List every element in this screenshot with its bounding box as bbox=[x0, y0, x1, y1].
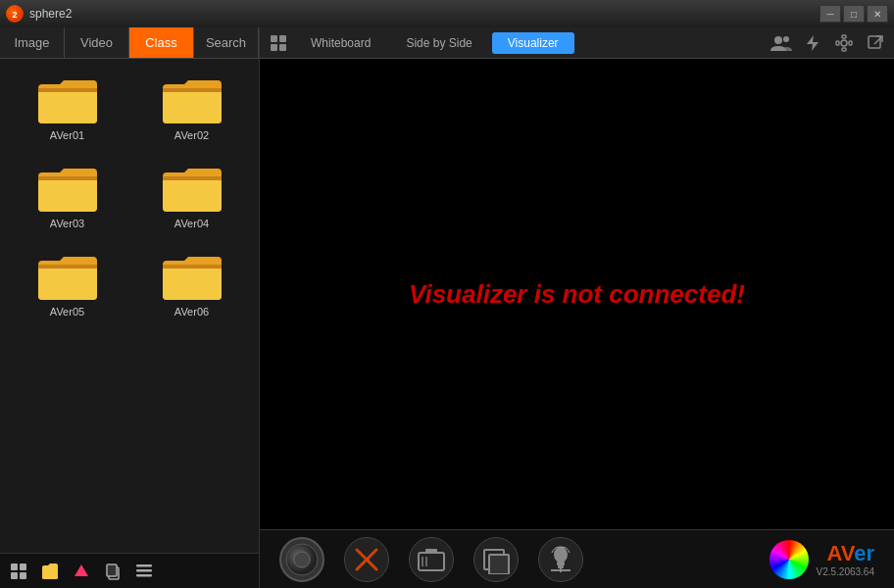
svg-line-25 bbox=[874, 36, 882, 44]
list-view-button[interactable] bbox=[131, 559, 157, 584]
not-connected-message: Visualizer is not connected! bbox=[409, 279, 745, 310]
folder-label: AVer04 bbox=[174, 218, 209, 229]
grid-view-button[interactable] bbox=[6, 559, 31, 584]
svg-rect-38 bbox=[558, 565, 564, 568]
svg-rect-8 bbox=[107, 564, 117, 576]
svg-rect-20 bbox=[842, 35, 846, 38]
svg-rect-31 bbox=[425, 549, 437, 554]
maximize-button[interactable]: □ bbox=[843, 5, 865, 23]
tools-button[interactable] bbox=[344, 537, 389, 582]
capture-button[interactable] bbox=[409, 537, 454, 582]
tab-bar: Image Video Class Search bbox=[0, 27, 259, 59]
svg-point-27 bbox=[294, 552, 310, 567]
svg-rect-15 bbox=[279, 44, 286, 51]
svg-rect-10 bbox=[136, 569, 152, 572]
svg-rect-23 bbox=[849, 41, 852, 45]
right-panel: Whiteboard Side by Side Visualizer bbox=[260, 27, 894, 588]
svg-rect-4 bbox=[11, 572, 18, 579]
left-toolbar bbox=[0, 553, 259, 588]
minimize-button[interactable]: ─ bbox=[820, 5, 841, 23]
copy-button[interactable] bbox=[100, 559, 125, 584]
right-topbar-actions bbox=[769, 30, 888, 56]
aver-logo: AVer V2.5.2063.64 bbox=[770, 540, 875, 579]
svg-rect-35 bbox=[489, 555, 509, 574]
right-toolbar-left bbox=[279, 537, 583, 582]
aver-version: V2.5.2063.64 bbox=[817, 566, 875, 577]
list-item[interactable]: AVer06 bbox=[134, 245, 249, 323]
close-button[interactable]: ✕ bbox=[867, 5, 888, 23]
folder-label: AVer03 bbox=[50, 218, 84, 229]
frame-button[interactable] bbox=[473, 537, 519, 582]
svg-rect-14 bbox=[271, 44, 277, 51]
folder-icon bbox=[161, 251, 224, 302]
record-button[interactable] bbox=[279, 537, 324, 582]
folder-label: AVer01 bbox=[50, 129, 84, 141]
app-logo: 2 bbox=[6, 5, 24, 23]
svg-rect-5 bbox=[20, 572, 26, 579]
color-wheel-icon bbox=[770, 540, 809, 579]
svg-rect-11 bbox=[136, 574, 152, 577]
tab-whiteboard[interactable]: Whiteboard bbox=[295, 32, 386, 54]
svg-point-17 bbox=[783, 36, 789, 42]
aver-brand-name: AVer bbox=[817, 541, 875, 566]
right-toolbar: AVer V2.5.2063.64 bbox=[260, 529, 894, 588]
svg-rect-9 bbox=[136, 564, 152, 567]
folder-icon bbox=[161, 163, 224, 214]
tab-search[interactable]: Search bbox=[194, 27, 259, 58]
svg-marker-18 bbox=[807, 35, 819, 51]
svg-point-36 bbox=[554, 547, 568, 563]
svg-rect-12 bbox=[271, 35, 277, 42]
folder-icon bbox=[161, 74, 224, 125]
tab-sidebyside[interactable]: Side by Side bbox=[390, 32, 487, 54]
main-layout: Image Video Class Search AVer01 bbox=[0, 27, 894, 588]
aver-branding: AVer V2.5.2063.64 bbox=[817, 541, 875, 577]
external-link-icon[interactable] bbox=[863, 30, 888, 56]
up-directory-button[interactable] bbox=[69, 559, 94, 584]
tab-video[interactable]: Video bbox=[65, 27, 129, 58]
svg-marker-6 bbox=[74, 564, 88, 576]
tab-class[interactable]: Class bbox=[129, 27, 194, 58]
folder-label: AVer06 bbox=[174, 306, 209, 318]
lightning-icon[interactable] bbox=[800, 30, 825, 56]
svg-rect-21 bbox=[842, 48, 846, 51]
tab-image[interactable]: Image bbox=[0, 27, 65, 58]
svg-rect-2 bbox=[11, 564, 18, 570]
svg-rect-24 bbox=[869, 36, 880, 48]
content-area: Visualizer is not connected! bbox=[260, 59, 894, 529]
svg-point-16 bbox=[774, 36, 782, 44]
titlebar: 2 sphere2 ─ □ ✕ bbox=[0, 0, 894, 27]
svg-rect-37 bbox=[557, 562, 565, 565]
list-item[interactable]: AVer01 bbox=[10, 69, 124, 147]
file-grid: AVer01 AVer02 bbox=[0, 59, 259, 553]
svg-rect-3 bbox=[20, 564, 26, 570]
folder-label: AVer02 bbox=[174, 129, 209, 141]
app-title: sphere2 bbox=[29, 7, 72, 21]
svg-text:2: 2 bbox=[12, 10, 17, 20]
tab-visualizer[interactable]: Visualizer bbox=[492, 32, 574, 54]
titlebar-controls: ─ □ ✕ bbox=[820, 5, 888, 23]
users-icon[interactable] bbox=[769, 30, 794, 56]
list-item[interactable]: AVer03 bbox=[10, 157, 124, 235]
folder-icon bbox=[36, 163, 99, 214]
folder-icon bbox=[36, 74, 99, 125]
list-item[interactable]: AVer05 bbox=[10, 245, 124, 323]
titlebar-left: 2 sphere2 bbox=[6, 5, 72, 23]
layout-grid-button[interactable] bbox=[266, 30, 291, 56]
settings-icon[interactable] bbox=[831, 30, 857, 56]
lamp-button[interactable] bbox=[538, 537, 583, 582]
svg-point-19 bbox=[841, 40, 847, 46]
folder-icon bbox=[36, 251, 99, 302]
list-item[interactable]: AVer02 bbox=[134, 69, 249, 147]
folder-label: AVer05 bbox=[50, 306, 84, 318]
svg-rect-13 bbox=[279, 35, 286, 42]
left-panel: Image Video Class Search AVer01 bbox=[0, 27, 260, 588]
list-item[interactable]: AVer04 bbox=[134, 157, 249, 235]
right-topbar: Whiteboard Side by Side Visualizer bbox=[260, 27, 894, 59]
svg-rect-22 bbox=[836, 41, 839, 45]
open-folder-button[interactable] bbox=[37, 559, 63, 584]
